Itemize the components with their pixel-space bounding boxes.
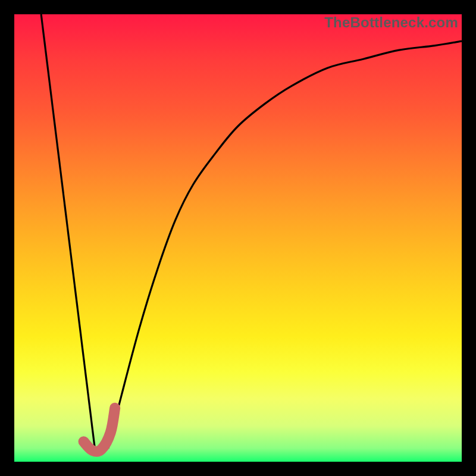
plot-area: TheBottleneck.com <box>14 14 462 462</box>
chart-frame: TheBottleneck.com <box>0 0 476 476</box>
left-descent-line <box>41 14 95 448</box>
chart-svg <box>14 14 462 462</box>
right-curve-line <box>108 41 462 448</box>
check-mark <box>84 408 115 452</box>
